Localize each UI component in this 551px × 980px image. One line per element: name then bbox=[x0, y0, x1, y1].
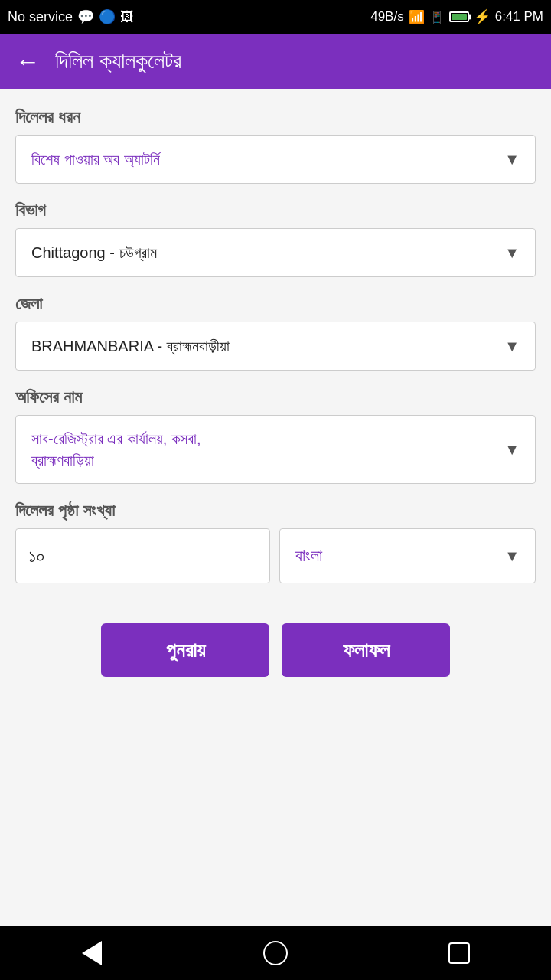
district-chevron-icon: ▼ bbox=[504, 338, 520, 355]
navigation-bar bbox=[0, 926, 551, 980]
time-text: 6:41 PM bbox=[495, 9, 543, 24]
bolt-icon: ⚡ bbox=[474, 8, 491, 25]
document-type-label: দিলেলর ধরন bbox=[15, 107, 536, 127]
division-chevron-icon: ▼ bbox=[504, 244, 520, 262]
action-buttons: পুনরায় ফলাফল bbox=[15, 623, 536, 677]
officer-name-group: অফিসের নাম সাব-রেজিস্ট্রার এর কার্যালয়,… bbox=[15, 387, 536, 484]
page-title: দিলিল ক্যালকুলেটর bbox=[55, 49, 181, 74]
wifi-icon: 📶 bbox=[409, 9, 425, 25]
no-service-text: No service bbox=[8, 9, 73, 25]
document-type-value: বিশেষ পাওয়ার অব অ্যাটর্নি bbox=[31, 149, 497, 170]
bluetooth-icon: 🔵 bbox=[99, 8, 116, 25]
status-right: 49B/s 📶 📱 ⚡ 6:41 PM bbox=[370, 8, 543, 25]
division-dropdown[interactable]: Chittagong - চউগ্রাম ▼ bbox=[15, 228, 536, 277]
status-left: No service 💬 🔵 🖼 bbox=[8, 8, 134, 25]
district-dropdown[interactable]: BRAHMANBARIA - ব্রাহ্মনবাড়ীয়া ▼ bbox=[15, 322, 536, 371]
sim-icon: 📱 bbox=[429, 10, 445, 24]
page-count-label: দিলেলর পৃষ্ঠা সংখ্যা bbox=[15, 501, 536, 521]
speed-text: 49B/s bbox=[370, 9, 403, 24]
image-icon: 🖼 bbox=[120, 9, 134, 25]
messenger-icon: 💬 bbox=[77, 8, 94, 25]
reset-button[interactable]: পুনরায় bbox=[101, 623, 269, 677]
back-nav-button[interactable] bbox=[69, 930, 115, 976]
document-type-group: দিলেলর ধরন বিশেষ পাওয়ার অব অ্যাটর্নি ▼ bbox=[15, 107, 536, 184]
officer-name-dropdown[interactable]: সাব-রেজিস্ট্রার এর কার্যালয়, কসবা, ব্রা… bbox=[15, 415, 536, 484]
battery-icon bbox=[449, 11, 469, 22]
page-count-group: দিলেলর পৃষ্ঠা সংখ্যা বাংলা ▼ bbox=[15, 501, 536, 583]
division-label: বিভাগ bbox=[15, 201, 536, 220]
recents-nav-button[interactable] bbox=[436, 930, 482, 976]
app-bar: ← দিলিল ক্যালকুলেটর bbox=[0, 34, 551, 89]
back-button[interactable]: ← bbox=[15, 49, 40, 74]
content-area: দিলেলর ধরন বিশেষ পাওয়ার অব অ্যাটর্নি ▼ … bbox=[0, 89, 551, 926]
status-bar: No service 💬 🔵 🖼 49B/s 📶 📱 ⚡ 6:41 PM bbox=[0, 0, 551, 34]
district-label: জেলা bbox=[15, 294, 536, 314]
officer-name-chevron-icon: ▼ bbox=[504, 441, 520, 459]
officer-name-value: সাব-রেজিস্ট্রার এর কার্যালয়, কসবা, ব্রা… bbox=[31, 428, 497, 471]
result-button[interactable]: ফলাফল bbox=[282, 623, 450, 677]
division-value: Chittagong - চউগ্রাম bbox=[31, 242, 497, 263]
document-type-dropdown[interactable]: বিশেষ পাওয়ার অব অ্যাটর্নি ▼ bbox=[15, 135, 536, 184]
page-count-input[interactable] bbox=[15, 528, 270, 583]
document-type-chevron-icon: ▼ bbox=[504, 151, 520, 168]
officer-name-label: অফিসের নাম bbox=[15, 387, 536, 407]
home-nav-button[interactable] bbox=[253, 930, 298, 976]
language-chevron-icon: ▼ bbox=[504, 547, 520, 565]
district-group: জেলা BRAHMANBARIA - ব্রাহ্মনবাড়ীয়া ▼ bbox=[15, 294, 536, 371]
district-value: BRAHMANBARIA - ব্রাহ্মনবাড়ীয়া bbox=[31, 335, 497, 357]
division-group: বিভাগ Chittagong - চউগ্রাম ▼ bbox=[15, 201, 536, 277]
language-value: বাংলা bbox=[295, 546, 322, 566]
language-dropdown[interactable]: বাংলা ▼ bbox=[279, 528, 536, 583]
page-count-row: বাংলা ▼ bbox=[15, 528, 536, 583]
